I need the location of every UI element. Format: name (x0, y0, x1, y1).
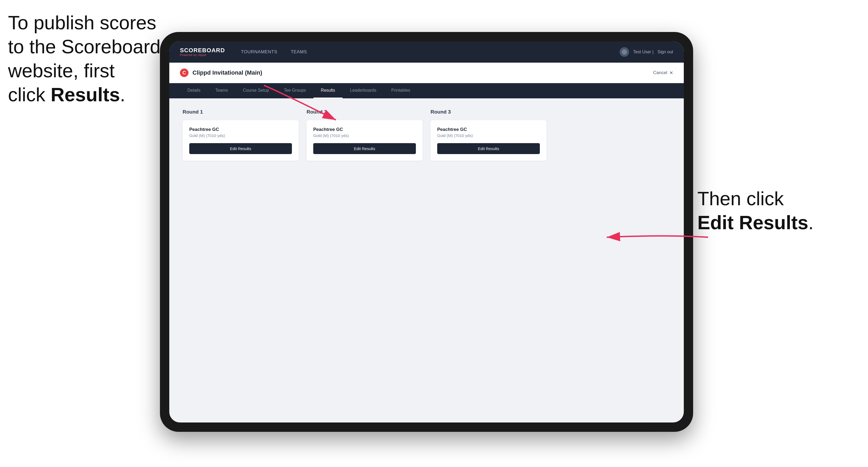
instruction-line4: click Results. (8, 84, 125, 105)
round-4-column-empty (555, 109, 671, 161)
logo-sub: Powered by clippd (180, 53, 225, 57)
top-navigation: SCOREBOARD Powered by clippd TOURNAMENTS… (169, 41, 684, 63)
nav-tournaments[interactable]: TOURNAMENTS (241, 49, 277, 55)
tab-details[interactable]: Details (180, 83, 208, 98)
tournament-icon: C (180, 68, 188, 77)
arrow-to-results (256, 77, 363, 131)
tab-teams[interactable]: Teams (208, 83, 236, 98)
content-area: Round 1 Peachtree GC Gold (M) (7010 yds)… (169, 98, 684, 423)
arrow-to-edit-results (585, 219, 719, 258)
logo-text: SCOREBOARD (180, 48, 225, 53)
nav-signout[interactable]: Sign out (657, 50, 673, 54)
tab-printables[interactable]: Printables (384, 83, 418, 98)
instruction-right: Then click Edit Results. (698, 187, 847, 235)
tournament-header: C Clippd Invitational (Main) Cancel ✕ (169, 63, 684, 83)
nav-links: TOURNAMENTS TEAMS (241, 49, 620, 55)
user-avatar (620, 47, 629, 57)
tournament-title-area: C Clippd Invitational (Main) (180, 68, 262, 77)
edit-results-button-3[interactable]: Edit Results (437, 143, 540, 154)
round-3-column: Round 3 Peachtree GC Gold (M) (7010 yds)… (431, 109, 547, 161)
instruction-line3: website, first (8, 60, 115, 81)
nav-right: Test User | Sign out (620, 47, 673, 57)
instruction-left: To publish scores to the Scoreboard webs… (8, 11, 168, 106)
nav-user-text: Test User | (633, 50, 653, 54)
instruction-line1: To publish scores (8, 12, 156, 33)
round-3-card: Peachtree GC Gold (M) (7010 yds) Edit Re… (431, 120, 547, 161)
round-3-title: Round 3 (431, 109, 547, 115)
logo-area: SCOREBOARD Powered by clippd (180, 48, 225, 57)
instruction-line2: to the Scoreboard (8, 36, 160, 57)
edit-results-button-1[interactable]: Edit Results (189, 143, 292, 154)
tab-bar: Details Teams Course Setup Tee Groups Re… (169, 83, 684, 98)
round-3-course-details: Gold (M) (7010 yds) (437, 133, 540, 138)
user-icon (622, 49, 627, 55)
round-2-course-details: Gold (M) (7010 yds) (313, 133, 416, 138)
nav-teams[interactable]: TEAMS (290, 49, 307, 55)
instruction-right-line1: Then click (698, 188, 784, 209)
tournament-name: Clippd Invitational (Main) (192, 69, 262, 76)
close-icon: ✕ (670, 70, 673, 76)
edit-results-button-2[interactable]: Edit Results (313, 143, 416, 154)
round-1-course-details: Gold (M) (7010 yds) (189, 133, 292, 138)
round-3-course-name: Peachtree GC (437, 127, 540, 132)
cancel-button[interactable]: Cancel ✕ (653, 70, 673, 76)
